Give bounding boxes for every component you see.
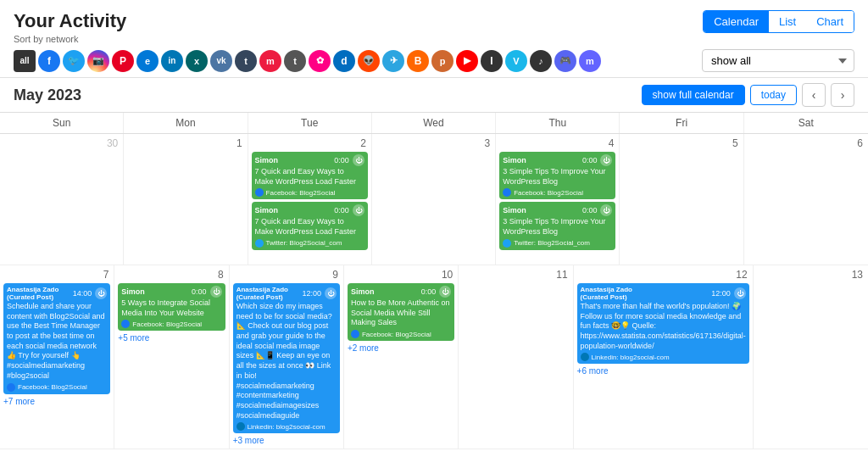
power-button[interactable]: ⏻	[210, 286, 222, 298]
network-vimeo-icon[interactable]: V	[505, 50, 527, 72]
network-discord-icon[interactable]: 🎮	[554, 50, 576, 72]
next-month-button[interactable]: ›	[831, 83, 854, 107]
calendar-view-button[interactable]: Calendar	[704, 11, 769, 32]
network-instapaper-icon[interactable]: I	[481, 50, 503, 72]
event-text: 7 Quick and Easy Ways to Make WordPress …	[255, 167, 364, 187]
event-card[interactable]: Simon 0:00 ⏻ 7 Quick and Easy Ways to Ma…	[252, 202, 368, 249]
network-digg-icon[interactable]: d	[333, 50, 355, 72]
calendar-month-title: May 2023	[14, 86, 81, 104]
event-author: Simon	[121, 287, 145, 296]
source-label: Facebook: Blog2Social	[18, 383, 87, 391]
network-meetup-icon[interactable]: m	[259, 50, 281, 72]
day-number: 30	[3, 137, 120, 149]
event-time: 0:00	[582, 206, 598, 215]
power-button[interactable]: ⏻	[734, 287, 746, 299]
day-number: 2	[252, 137, 368, 149]
power-button[interactable]: ⏻	[439, 286, 451, 298]
network-flickr-icon[interactable]: ✿	[309, 50, 331, 72]
power-button[interactable]: ⏻	[353, 154, 364, 166]
network-facebook-icon[interactable]: f	[38, 50, 60, 72]
event-source: Twitter: Blog2Social_com	[255, 239, 364, 248]
network-youtube-icon[interactable]: ▶	[456, 50, 478, 72]
prev-month-button[interactable]: ‹	[802, 83, 826, 107]
show-filter-select[interactable]: show all show scheduled show published	[702, 49, 854, 72]
page-header: Your Activity Sort by network Calendar L…	[0, 0, 868, 49]
network-blogger-icon[interactable]: B	[407, 50, 429, 72]
header-fri: Fri	[620, 113, 743, 133]
event-text: Schedule and share your content with Blo…	[7, 302, 107, 382]
event-author: Simon	[255, 156, 279, 164]
event-card[interactable]: Simon 0:00 ⏻ How to Be More Authentic on…	[348, 283, 454, 341]
power-button[interactable]: ⏻	[325, 287, 337, 299]
network-tiktok-icon[interactable]: ♪	[530, 50, 552, 72]
network-pinterest-icon[interactable]: P	[112, 50, 134, 72]
network-torial-icon[interactable]: t	[284, 50, 306, 72]
more-events-link[interactable]: +5 more	[118, 333, 225, 343]
event-author: Simon	[503, 206, 526, 215]
event-card[interactable]: Simon 0:00 ⏻ 3 Simple Tips To Improve Yo…	[499, 152, 615, 199]
more-events-link[interactable]: +3 more	[233, 436, 340, 445]
network-edge-icon[interactable]: e	[136, 50, 159, 72]
network-linkedin-icon[interactable]: in	[161, 50, 183, 72]
network-xing-icon[interactable]: x	[186, 50, 208, 72]
network-icon-list: all f 🐦 📷 P e in x vk t m t ✿ d 👽 ✈ B p …	[14, 50, 601, 72]
cal-cell-may-9: 9 Anastasija Zado(Curated Post) 12:00 ⏻ …	[230, 265, 344, 449]
event-source: Linkedin: blog2social-com	[236, 422, 337, 431]
more-events-link[interactable]: +6 more	[577, 366, 749, 376]
source-label: Facebook: Blog2Social	[362, 331, 431, 338]
network-tumblr-icon[interactable]: t	[235, 50, 257, 72]
list-view-button[interactable]: List	[769, 11, 806, 32]
cal-cell-may-2: 2 Simon 0:00 ⏻ 7 Quick and E	[248, 134, 372, 265]
header-tue: Tue	[248, 113, 372, 133]
network-instagram-icon[interactable]: 📷	[87, 50, 109, 72]
network-mastodon-icon[interactable]: m	[579, 50, 601, 72]
cal-cell-may-7: 7 Anastasija Zado(Curated Post) 14:00 ⏻ …	[0, 265, 114, 449]
more-events-link[interactable]: +2 more	[348, 343, 454, 353]
event-card[interactable]: Anastasija Zado(Curated Post) 12:00 ⏻ Th…	[577, 283, 749, 364]
view-buttons: Calendar List Chart	[703, 10, 854, 33]
network-reddit-icon[interactable]: 👽	[358, 50, 380, 72]
event-author: Simon	[255, 206, 279, 215]
chart-view-button[interactable]: Chart	[806, 11, 854, 32]
source-label: Linkedin: blog2social-com	[248, 423, 326, 431]
network-telegram-icon[interactable]: ✈	[382, 50, 404, 72]
cal-cell-may-8: 8 Simon 0:00 ⏻ 5 Ways to Integrate Socia…	[114, 265, 229, 449]
calendar-header: May 2023 show full calendar today ‹ ›	[0, 77, 868, 112]
cal-cell-may-10: 10 Simon 0:00 ⏻ How to Be More Authentic…	[344, 265, 459, 449]
power-button[interactable]: ⏻	[95, 287, 107, 299]
event-author: Anastasija Zado(Curated Post)	[236, 286, 288, 301]
cal-cell-may-1: 1	[124, 134, 248, 265]
event-time: 0:00	[192, 287, 207, 296]
show-full-calendar-button[interactable]: show full calendar	[642, 85, 745, 105]
event-card[interactable]: Anastasija Zado(Curated Post) 12:00 ⏻ Wh…	[233, 283, 340, 433]
event-source: Facebook: Blog2Social	[7, 383, 107, 392]
event-card[interactable]: Simon 0:00 ⏻ 3 Simple Tips To Improve Yo…	[499, 202, 615, 249]
network-twitter-icon[interactable]: 🐦	[63, 50, 85, 72]
event-source: Linkedin: blog2social-com	[581, 353, 746, 361]
day-number: 13	[757, 269, 865, 281]
day-number: 12	[577, 269, 749, 281]
network-vk-icon[interactable]: vk	[210, 50, 232, 72]
source-label: Twitter: Blog2Social_com	[514, 239, 590, 247]
header-left: Your Activity Sort by network	[14, 10, 126, 44]
day-number: 1	[127, 137, 243, 149]
event-source: Facebook: Blog2Social	[351, 330, 451, 338]
event-card[interactable]: Anastasija Zado(Curated Post) 14:00 ⏻ Sc…	[3, 283, 110, 394]
event-card[interactable]: Simon 0:00 ⏻ 7 Quick and Easy Ways to Ma…	[252, 152, 368, 199]
day-number: 9	[233, 269, 340, 281]
network-all-icon[interactable]: all	[14, 50, 36, 72]
event-source: Facebook: Blog2Social	[255, 188, 364, 197]
network-plurk-icon[interactable]: p	[431, 50, 453, 72]
event-time: 12:00	[711, 289, 731, 298]
more-events-link[interactable]: +7 more	[3, 397, 110, 406]
power-button[interactable]: ⏻	[353, 204, 364, 216]
calendar-week-1: 30 1 2 Simon 0:00	[0, 134, 868, 265]
power-button[interactable]: ⏻	[600, 204, 612, 216]
today-button[interactable]: today	[750, 85, 797, 105]
event-card[interactable]: Simon 0:00 ⏻ 5 Ways to Integrate Social …	[118, 283, 225, 331]
cal-cell-may-11: 11	[459, 265, 573, 449]
power-button[interactable]: ⏻	[600, 154, 612, 166]
source-icon	[7, 383, 15, 392]
header-sun: Sun	[0, 113, 124, 133]
day-number: 6	[748, 137, 865, 149]
